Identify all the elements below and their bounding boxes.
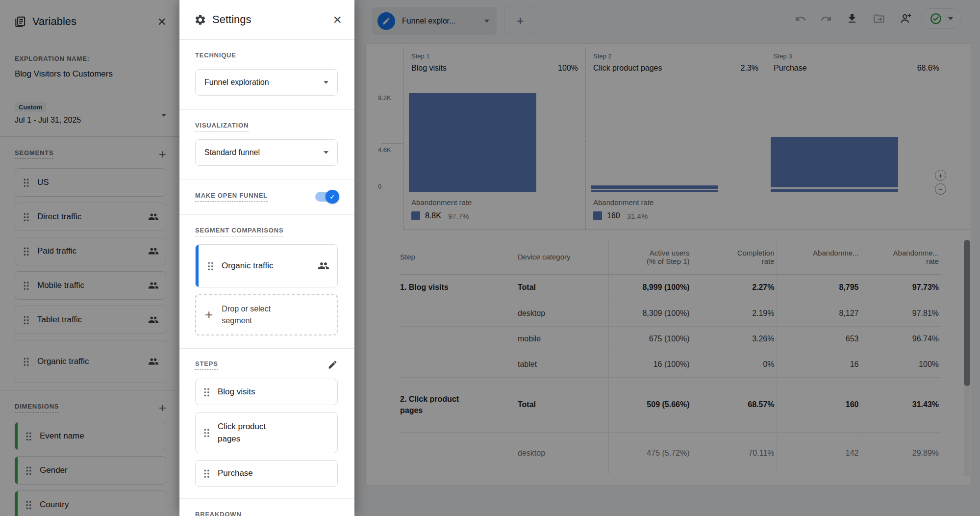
modal-scrim[interactable] <box>354 0 980 516</box>
make-open-funnel-toggle[interactable]: ✓ <box>315 192 338 202</box>
close-icon[interactable]: × <box>333 12 342 27</box>
chevron-down-icon <box>324 81 328 84</box>
visualization-label: VISUALIZATION <box>195 122 249 131</box>
make-open-funnel-row: MAKE OPEN FUNNEL ✓ <box>179 180 354 214</box>
step-card-blog-visits[interactable]: Blog visits <box>195 379 338 405</box>
technique-select[interactable]: Funnel exploration <box>195 69 338 96</box>
segment-comparisons-section: SEGMENT COMPARISONS Organic traffic + Dr… <box>179 214 354 348</box>
modal-scrim[interactable] <box>0 0 180 516</box>
settings-title: Settings <box>212 13 251 26</box>
toggle-check-icon: ✓ <box>326 190 339 204</box>
steps-section: STEPS Blog visits Click product pages Pu… <box>179 348 354 498</box>
plus-icon: + <box>205 308 213 322</box>
breakdown-section: BREAKDOWN <box>179 498 354 516</box>
gear-icon <box>194 14 206 26</box>
steps-label: STEPS <box>195 360 218 370</box>
exploration-workspace: Funnel explor... + Step 1 Blog visits 1 <box>0 0 980 516</box>
settings-header: Settings × <box>179 0 354 39</box>
technique-label: TECHNIQUE <box>195 52 236 61</box>
make-open-funnel-label: MAKE OPEN FUNNEL <box>195 192 268 202</box>
technique-section: TECHNIQUE Funnel exploration <box>179 39 354 109</box>
drag-handle-icon[interactable] <box>203 469 210 478</box>
edit-steps-pencil-icon[interactable] <box>327 360 338 370</box>
breakdown-label: BREAKDOWN <box>195 511 242 516</box>
settings-panel: Settings × TECHNIQUE Funnel exploration … <box>179 0 354 516</box>
segment-drop-zone[interactable]: + Drop or select segment <box>195 294 338 335</box>
chevron-down-icon <box>324 151 328 154</box>
comparison-segment-organic-traffic[interactable]: Organic traffic <box>195 244 338 287</box>
drag-handle-icon[interactable] <box>203 387 210 397</box>
people-icon <box>318 260 329 272</box>
drag-handle-icon[interactable] <box>207 261 214 271</box>
visualization-section: VISUALIZATION Standard funnel <box>179 109 354 180</box>
step-card-purchase[interactable]: Purchase <box>195 460 338 487</box>
segment-comparisons-label: SEGMENT COMPARISONS <box>195 227 283 236</box>
visualization-select[interactable]: Standard funnel <box>195 139 338 166</box>
step-card-click-product-pages[interactable]: Click product pages <box>195 412 338 453</box>
drag-handle-icon[interactable] <box>203 428 210 438</box>
